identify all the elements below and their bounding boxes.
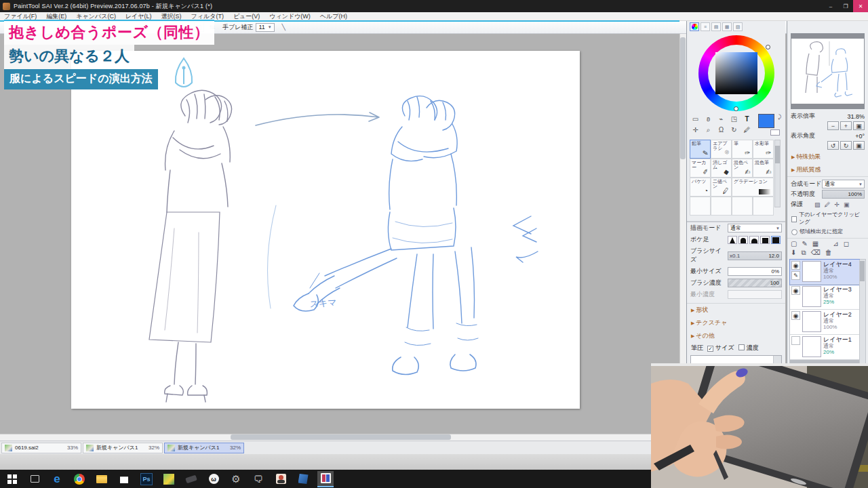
brush-brush[interactable]: 筆✑ — [732, 140, 753, 159]
tablet-driver-icon[interactable] — [183, 471, 199, 487]
menu-window[interactable]: ウィンドウ(W) — [269, 12, 311, 21]
document-tab[interactable]: 0619.sai2 33% — [1, 443, 81, 453]
lasso-icon[interactable]: ʚ — [703, 114, 714, 124]
move-tool-icon[interactable]: ✛ — [690, 125, 701, 135]
new-linework-layer-icon[interactable]: ✎ — [802, 240, 807, 247]
pressure-density-checkbox[interactable]: 濃度 — [738, 344, 759, 352]
protect-pixels-icon[interactable]: 🖉 — [825, 201, 831, 208]
store-icon[interactable] — [116, 471, 132, 487]
brush-bucket[interactable]: バケツ◔ — [690, 178, 711, 197]
zoom-tool-icon[interactable]: ⌕ — [703, 125, 714, 135]
draw-mode-select[interactable]: 通常 ▼ — [728, 224, 782, 232]
pressure-size-checkbox[interactable]: ✓サイズ — [707, 344, 734, 352]
visibility-eye-icon[interactable] — [791, 336, 800, 345]
layer-row-4[interactable]: ◉ ✎ レイヤー4 通常 100% — [790, 260, 859, 285]
close-button[interactable]: ✕ — [853, 0, 868, 12]
layer-row-1[interactable]: レイヤー1 通常 20% — [790, 335, 859, 360]
navigator[interactable] — [791, 33, 865, 109]
blue-app-icon[interactable] — [295, 471, 311, 487]
secondary-color-swatch[interactable] — [770, 129, 780, 136]
saturation-value-picker[interactable] — [715, 52, 757, 94]
rotate-ccw-button[interactable]: ↺ — [827, 141, 839, 150]
chrome-icon[interactable] — [71, 471, 87, 487]
edge-shape-5[interactable] — [771, 236, 781, 244]
protect-all-icon[interactable]: ▣ — [844, 201, 850, 208]
protect-opacity-icon[interactable]: ▨ — [814, 201, 821, 208]
scratchpad-tab[interactable]: ▨ — [733, 22, 743, 31]
clear-layer-icon[interactable]: ⌫ — [811, 249, 821, 257]
chat-icon[interactable]: 🗨 — [250, 471, 267, 487]
visibility-eye-icon[interactable]: ◉ — [791, 311, 800, 320]
swatches-tab[interactable]: ▦ — [722, 22, 732, 31]
document-tab[interactable]: 新規キャンバス1 32% — [83, 443, 163, 453]
eyedropper-icon[interactable]: 🖉 — [741, 125, 753, 135]
brush-airbrush[interactable]: エアブラシ⌾ — [711, 140, 732, 159]
paint-3d-icon[interactable] — [161, 471, 177, 487]
line-tool-icon[interactable]: ╲ — [279, 22, 289, 32]
new-folder-icon[interactable]: ▦ — [812, 240, 818, 247]
maximize-button[interactable]: ❐ — [838, 0, 853, 12]
zoom-reset-button[interactable]: ▣ — [853, 121, 865, 130]
photoshop-icon[interactable]: Ps — [138, 471, 155, 487]
menu-help[interactable]: ヘルプ(H) — [320, 12, 347, 21]
task-view-button[interactable] — [26, 471, 43, 487]
brush-marker[interactable]: マーカー✐ — [690, 159, 711, 178]
angle-reset-button[interactable]: ▣ — [853, 141, 865, 150]
selection-source-radio[interactable]: 領域検出元に指定 — [787, 227, 868, 236]
rotate-view-icon[interactable]: Ω — [715, 125, 727, 135]
layer-row-2[interactable]: ◉ レイヤー2 通常 100% — [790, 310, 859, 335]
hue-marker[interactable] — [766, 45, 770, 49]
stabilizer-select[interactable]: 11 ▼ — [256, 23, 274, 32]
menu-view[interactable]: ビュー(V) — [233, 12, 260, 21]
canvas-hscroll-thumb[interactable] — [231, 434, 451, 440]
mask-icon[interactable]: ◻ — [844, 240, 849, 247]
edge-shape-1[interactable] — [728, 236, 737, 244]
rotate-cw-button[interactable]: ↻ — [840, 141, 852, 150]
section-special-effects[interactable]: 特殊効果 — [787, 150, 868, 163]
brush-binary-pen[interactable]: 二値ペン🖊 — [711, 178, 732, 197]
opacity-slider[interactable]: 100% — [822, 190, 865, 199]
edge-shape-3[interactable] — [749, 236, 759, 244]
document-tab-active[interactable]: 新規キャンバス1 32% — [164, 443, 244, 453]
wacom-icon[interactable]: ω — [205, 471, 222, 487]
merge-down-icon[interactable]: ⧉ — [801, 249, 806, 257]
min-size-slider[interactable]: 0% — [728, 267, 782, 276]
brush-blend-brush[interactable]: 混色筆✍ — [753, 159, 774, 178]
magic-wand-icon[interactable]: ⌁ — [715, 114, 727, 124]
edge-shape-4[interactable] — [760, 236, 770, 244]
flip-view-icon[interactable]: ↻ — [728, 125, 740, 135]
section-texture[interactable]: テクスチャ — [687, 317, 785, 329]
swap-colors-icon[interactable]: ⤸ — [778, 114, 781, 121]
visibility-eye-icon[interactable]: ◉ — [791, 261, 800, 270]
section-shape[interactable]: 形状 — [687, 304, 785, 317]
brush-density-slider[interactable]: 100 — [728, 279, 782, 287]
contact-app-icon[interactable] — [273, 471, 289, 487]
edge-icon[interactable]: e — [49, 471, 65, 487]
layer-row-3[interactable]: ◉ レイヤー3 通常 25% — [790, 285, 859, 310]
settings-icon[interactable]: ⚙ — [228, 471, 244, 487]
canvas-page[interactable]: スキマ — [71, 51, 580, 409]
zoom-out-button[interactable]: − — [827, 121, 839, 130]
canvas-vscroll-thumb[interactable] — [680, 37, 686, 159]
blend-mode-select[interactable]: 通常 ▼ — [822, 180, 865, 188]
curve-tool-icon[interactable]: ⊿ — [833, 240, 838, 247]
rgb-slider-tab[interactable]: ≡ — [701, 22, 710, 31]
color-mixer-tab[interactable]: ▤ — [711, 22, 721, 31]
section-other[interactable]: その他 — [687, 329, 785, 342]
brush-grid-scrollbar[interactable] — [774, 140, 781, 207]
transfer-down-icon[interactable]: ⬇ — [791, 249, 796, 257]
brush-gradient[interactable]: グラデーション — [732, 178, 774, 197]
file-explorer-icon[interactable] — [94, 471, 110, 487]
clipping-checkbox[interactable]: 下のレイヤーでクリッピング — [787, 209, 868, 227]
visibility-eye-icon[interactable]: ◉ — [791, 286, 800, 295]
primary-color-swatch[interactable] — [758, 114, 774, 128]
start-button[interactable] — [4, 471, 20, 487]
rect-select-icon[interactable]: ▭ — [690, 114, 701, 124]
protect-position-icon[interactable]: ✛ — [835, 201, 840, 208]
brush-watercolor[interactable]: 水彩筆✑ — [753, 140, 774, 159]
brush-blend-pen[interactable]: 混色ペン✍ — [732, 159, 753, 178]
brush-pencil[interactable]: 鉛筆✎ — [690, 140, 711, 159]
brush-size-slider[interactable]: x0.1 12.0 — [728, 251, 782, 260]
color-wheel[interactable] — [698, 35, 774, 111]
color-wheel-tab[interactable] — [690, 22, 699, 31]
